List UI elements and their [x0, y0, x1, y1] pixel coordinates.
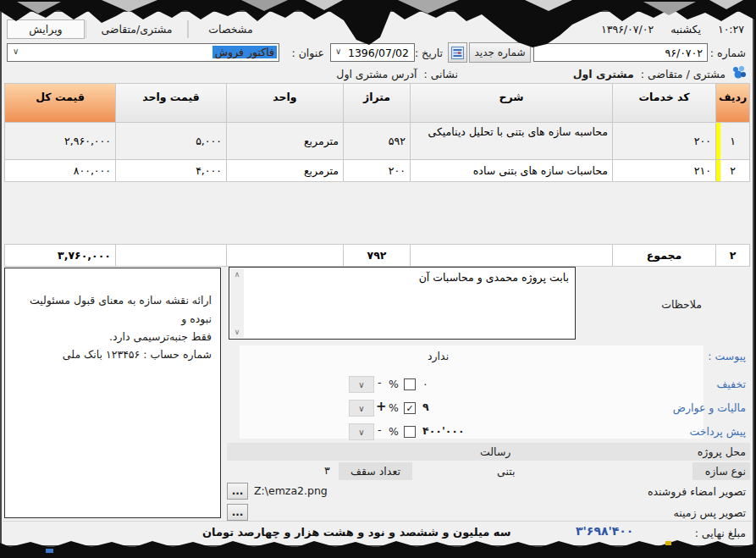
- tax-value[interactable]: ۹: [422, 401, 429, 413]
- discount-sign: -: [378, 376, 382, 389]
- table-row-cell-unit-price[interactable]: ۴,۰۰۰: [116, 160, 226, 181]
- prepayment-value[interactable]: ۴۰۰'۰۰۰: [422, 424, 465, 437]
- table-row-cell-area[interactable]: ۵۹۲: [344, 123, 410, 159]
- floors-value[interactable]: ۳: [324, 464, 330, 477]
- table-row-cell-rownum[interactable]: ۲: [716, 160, 749, 181]
- cell-value: ۸۰۰,۰۰۰: [74, 164, 111, 177]
- check-icon: ✓: [406, 403, 413, 414]
- table-row-cell-unit-price[interactable]: ۵,۰۰۰: [116, 123, 226, 159]
- side-note-box[interactable]: ارائه نقشه سازه به معنای قبول مسئولیت نب…: [4, 268, 221, 518]
- tab-specs[interactable]: مشخصات: [188, 20, 273, 38]
- chevron-down-icon: ∨: [358, 380, 364, 389]
- number-options-button[interactable]: [448, 42, 467, 63]
- col-header-unit-price-label: قیمت واحد: [142, 91, 200, 103]
- table-row-cell-total[interactable]: ۸۰۰,۰۰۰: [5, 160, 115, 181]
- summary-label-cell: مجموع: [613, 245, 715, 266]
- table-row-cell-code[interactable]: ۲۰۰: [613, 123, 715, 159]
- customer-value: مشتری اول: [573, 68, 634, 80]
- structure-type-value[interactable]: بتنی: [497, 465, 515, 478]
- tax-checkbox[interactable]: ✓: [404, 402, 416, 414]
- scroll-up-icon[interactable]: ∧: [235, 270, 240, 279]
- tax-label[interactable]: مالیات و عوارض: [673, 401, 746, 414]
- table-row-cell-unit[interactable]: مترمربع: [227, 160, 343, 181]
- project-location-value[interactable]: رسالت: [480, 445, 510, 458]
- tab-specs-label: مشخصات: [208, 23, 252, 36]
- new-number-button[interactable]: شماره جدید: [469, 42, 531, 63]
- floors-label-chip: تعداد سقف: [339, 462, 412, 480]
- cell-value: ۴,۰۰۰: [196, 164, 222, 177]
- customer-icon: [731, 65, 748, 83]
- background-browse-button[interactable]: ...: [227, 504, 248, 521]
- attachment-value: ندارد: [428, 350, 449, 362]
- clock: ۱۰:۲۷ یکشنبه ۱۳۹۶/۰۷/۰۲: [601, 23, 744, 36]
- address-value: آدرس مشتری اول: [336, 68, 417, 80]
- prepayment-dropdown[interactable]: ∨: [349, 423, 374, 440]
- col-header-unit-price[interactable]: قیمت واحد: [116, 84, 226, 122]
- discount-percent: %: [389, 378, 399, 390]
- cell-value: ۲۱۰: [694, 164, 711, 177]
- cell-value: مترمربع: [304, 164, 339, 177]
- table-row-cell-area[interactable]: ۲۰۰: [344, 160, 410, 181]
- table-row-cell-rownum[interactable]: ۱: [716, 123, 749, 159]
- title-selected-value: فاکتور فروش: [212, 46, 277, 58]
- chevron-down-icon[interactable]: ∨: [13, 47, 19, 56]
- col-header-description[interactable]: شرح: [411, 84, 612, 122]
- date-combobox[interactable]: 1396/07/02 ∨: [330, 43, 415, 62]
- prepayment-label[interactable]: پیش پرداخت: [689, 425, 746, 438]
- clock-date: ۱۳۹۶/۰۷/۰۲: [601, 23, 654, 36]
- summary-count: ۲: [730, 249, 737, 262]
- scroll-down-icon[interactable]: ∨: [235, 328, 240, 336]
- cell-value: ۵,۰۰۰: [196, 135, 222, 147]
- table-row-cell-description[interactable]: محاسبات سازه های بتنی ساده: [411, 160, 612, 181]
- app-screen: ویرایش مشتری/متقاضی مشخصات ۱۰:۲۷ یکشنبه …: [0, 0, 756, 558]
- cell-value: ۲,۹۶۰,۰۰۰: [64, 135, 111, 147]
- signature-browse-button[interactable]: ...: [227, 483, 248, 500]
- browse-label: ...: [232, 485, 244, 497]
- tax-percent: %: [389, 401, 399, 414]
- signature-label: تصویر امضاء فروشنده: [648, 485, 746, 498]
- col-header-code[interactable]: کد خدمات: [613, 84, 715, 122]
- discount-label[interactable]: تخفیف: [716, 378, 746, 390]
- summary-total: ۳,۷۶۰,۰۰۰: [58, 249, 111, 262]
- title-combobox[interactable]: فاکتور فروش ∨: [7, 43, 279, 62]
- tab-customer[interactable]: مشتری/متقاضی: [86, 20, 188, 38]
- discount-dropdown[interactable]: ∨: [349, 376, 374, 393]
- table-row-cell-code[interactable]: ۲۱۰: [613, 160, 715, 181]
- row-marker: [716, 160, 720, 181]
- number-input[interactable]: ۹۶/۰۷۰۲: [533, 43, 708, 62]
- cell-value: ۲۰۰: [694, 135, 711, 147]
- remarks-text: بابت پروژه محمدی و محاسبات آن: [419, 271, 569, 284]
- chevron-down-icon: ∨: [358, 404, 364, 413]
- date-label: تاریخ :: [415, 47, 443, 59]
- col-header-row[interactable]: ردیف: [716, 84, 749, 122]
- prepayment-checkbox[interactable]: [404, 426, 416, 438]
- col-header-area-label: متراژ: [363, 91, 390, 103]
- chevron-down-icon[interactable]: ∨: [335, 47, 341, 56]
- col-header-total[interactable]: قیمت کل: [5, 84, 115, 122]
- invoice-table: قیمت کل قیمت واحد واحد متراژ شرح کد خدما…: [4, 83, 750, 182]
- table-row-cell-total[interactable]: ۲,۹۶۰,۰۰۰: [5, 123, 115, 159]
- col-header-area[interactable]: متراژ: [344, 84, 410, 122]
- customer-label: مشتری / متقاضی :: [641, 68, 726, 80]
- new-number-label: شماره جدید: [475, 47, 526, 58]
- address-line: نشانی : آدرس مشتری اول: [336, 68, 458, 80]
- tax-dropdown[interactable]: ∨: [349, 400, 374, 417]
- summary-empty-cell: [227, 245, 343, 266]
- prepayment-sign: -: [378, 423, 382, 436]
- summary-empty-cell: [116, 245, 226, 266]
- cell-value: ۱: [730, 135, 736, 147]
- chevron-down-icon: ∨: [358, 428, 364, 437]
- title-label: عنوان :: [291, 47, 324, 59]
- tab-edit[interactable]: ویرایش: [7, 19, 85, 39]
- table-row-cell-unit[interactable]: مترمربع: [227, 123, 343, 159]
- discount-value[interactable]: ۰: [422, 378, 428, 390]
- remarks-textarea[interactable]: ∧ ∨ بابت پروژه محمدی و محاسبات آن: [229, 267, 576, 340]
- discount-checkbox[interactable]: [404, 378, 416, 390]
- remarks-scrollbar[interactable]: ∧ ∨: [230, 268, 244, 338]
- col-header-unit[interactable]: واحد: [227, 84, 343, 122]
- cell-value: ۲: [730, 164, 736, 177]
- final-amount-value: ۳'۶۹۸'۴۰۰: [576, 524, 633, 538]
- summary-count-cell: ۲: [716, 245, 749, 266]
- table-row-cell-description[interactable]: محاسبه سازه های بتنی با تحلیل دینامیکی: [411, 123, 612, 159]
- summary-area-cell: ۷۹۲: [344, 245, 410, 266]
